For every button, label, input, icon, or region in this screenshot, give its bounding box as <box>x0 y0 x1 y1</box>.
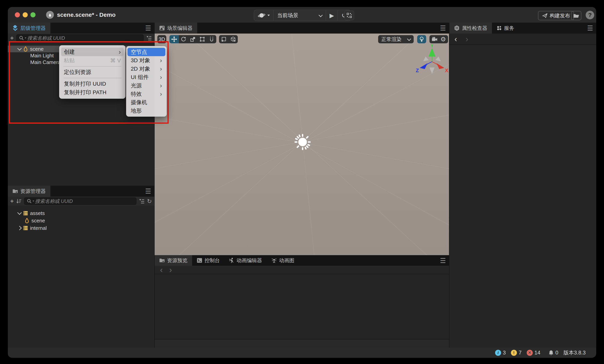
error-count-value: 14 <box>534 350 540 356</box>
menu-item-copy-uuid[interactable]: 复制并打印 UUID <box>61 80 124 88</box>
tab-hierarchy[interactable]: 层级管理器 <box>8 23 50 34</box>
hierarchy-context-menu: 创建 › 粘贴 ⌘ V 定位到资源 复制并打印 UUID 复制并打印 PATH <box>59 45 126 99</box>
submenu-item-ui-component[interactable]: UI 组件 › <box>127 73 165 81</box>
zoom-window-button[interactable] <box>30 12 36 17</box>
tab-asset-preview[interactable]: 资源预览 <box>155 255 192 266</box>
tab-services[interactable]: 服务 <box>492 23 519 34</box>
back-button[interactable]: ‹ <box>454 35 457 43</box>
assets-search-input[interactable] <box>24 197 137 205</box>
sort-icon[interactable] <box>16 198 22 204</box>
transform-tools-group <box>169 35 216 43</box>
hierarchy-menu-button[interactable]: ☰ <box>145 23 151 34</box>
tab-assets[interactable]: 资源管理器 <box>8 186 50 197</box>
back-button[interactable]: ‹ <box>160 266 163 274</box>
scene-asset-icon <box>25 218 29 223</box>
open-project-folder-button[interactable] <box>571 11 581 20</box>
filter-icon[interactable] <box>146 35 152 41</box>
info-count-value: 3 <box>503 350 506 356</box>
assets-toolbar: + ↻ <box>8 197 154 206</box>
info-count[interactable]: i 3 <box>495 350 506 356</box>
chevron-right-icon[interactable] <box>17 226 22 230</box>
platform-select[interactable] <box>254 10 274 21</box>
tree-row-assets[interactable]: assets <box>8 209 154 217</box>
error-count[interactable]: ✕ 14 <box>527 350 540 356</box>
animation-graph-icon <box>271 258 277 263</box>
submenu-arrow-icon: › <box>160 91 162 97</box>
assets-menu-button[interactable]: ☰ <box>145 186 151 197</box>
warning-icon: ! <box>511 350 517 356</box>
chevron-down-icon <box>407 37 411 41</box>
bell-icon <box>549 350 554 355</box>
rotate-icon <box>181 36 187 42</box>
menu-item-copy-path[interactable]: 复制并打印 PATH <box>61 88 124 97</box>
tab-console[interactable]: 控制台 <box>192 255 225 266</box>
rotate-tool-button[interactable] <box>179 35 188 43</box>
preview-qr-button[interactable] <box>344 11 354 20</box>
axis-orientation-gizmo[interactable]: Y X Z <box>414 45 449 78</box>
asset-bundle-icon <box>23 210 28 216</box>
refresh-icon[interactable]: ↻ <box>147 198 152 205</box>
window-title: scene.scene* - Demo <box>57 7 115 23</box>
build-publish-button[interactable]: 构建发布 <box>538 11 574 20</box>
help-button[interactable]: ? <box>586 11 594 19</box>
pivot-rotation-button[interactable] <box>228 35 238 43</box>
submenu-arrow-icon: › <box>119 49 121 54</box>
run-toolbar: 当前场景 ▶ ↺ <box>254 10 351 21</box>
warning-count[interactable]: ! 7 <box>511 350 522 356</box>
tree-row-internal[interactable]: internal <box>8 224 154 232</box>
notification-count-value: 0 <box>555 350 558 356</box>
menu-item-label: 创建 <box>64 48 75 56</box>
move-tool-button[interactable] <box>169 35 179 43</box>
inspector-icon <box>454 25 460 31</box>
add-asset-button[interactable]: + <box>10 198 14 204</box>
scale-tool-button[interactable] <box>188 35 198 43</box>
runner-icon <box>229 258 234 263</box>
center-panel: 场景编辑器 ☰ <box>155 23 449 348</box>
forward-button[interactable]: › <box>169 266 172 274</box>
submenu-item-camera[interactable]: 摄像机 <box>127 98 165 107</box>
submenu-item-2d-object[interactable]: 2D 对象 › <box>127 65 165 73</box>
lighting-toggle-button[interactable] <box>417 35 426 43</box>
submenu-item-terrain[interactable]: 地形 <box>127 107 165 115</box>
minimize-window-button[interactable] <box>23 12 28 17</box>
camera-icon[interactable] <box>431 36 438 42</box>
tree-row-scene-asset[interactable]: scene <box>8 217 154 224</box>
menu-item-paste[interactable]: 粘贴 ⌘ V <box>61 56 124 65</box>
rect-tool-button[interactable] <box>198 35 207 43</box>
ui-transform-tool-button[interactable] <box>207 35 216 43</box>
render-mode-dropdown[interactable]: 正常渲染 <box>378 35 414 43</box>
tab-animation-editor[interactable]: 动画编辑器 <box>225 255 267 266</box>
tab-inspector[interactable]: 属性检查器 <box>449 23 492 34</box>
pivot-position-button[interactable] <box>219 35 228 43</box>
right-panel: 属性检查器 服务 ☰ ‹ › <box>449 23 596 348</box>
scene-select-dropdown[interactable]: 当前场景 <box>274 10 326 21</box>
scene-viewport[interactable]: Y X Z 3D <box>155 34 449 255</box>
close-window-button[interactable] <box>15 12 20 17</box>
submenu-item-effects[interactable]: 特效 › <box>127 90 165 98</box>
build-publish-label: 构建发布 <box>550 12 570 19</box>
menu-item-locate-asset[interactable]: 定位到资源 <box>61 68 124 76</box>
inspector-menu-button[interactable]: ☰ <box>587 23 593 34</box>
submenu-item-light[interactable]: 光源 › <box>127 81 165 90</box>
tree-row-label: internal <box>30 225 47 231</box>
add-node-button[interactable]: + <box>10 35 14 41</box>
chevron-down-icon[interactable] <box>17 210 22 215</box>
play-button[interactable]: ▶ <box>326 10 338 21</box>
gear-icon[interactable]: ⚙ <box>440 36 446 42</box>
menu-item-create[interactable]: 创建 › <box>61 48 124 56</box>
bottom-panel-menu-button[interactable]: ☰ <box>440 255 446 266</box>
chevron-down-icon <box>319 13 323 17</box>
tab-animation-graph[interactable]: 动画图 <box>267 255 299 266</box>
hierarchy-search-input[interactable] <box>16 34 144 42</box>
notification-count[interactable]: 0 <box>549 350 558 356</box>
directional-light-gizmo[interactable] <box>293 133 312 151</box>
submenu-item-empty-node[interactable]: 空节点 <box>127 48 165 56</box>
scene-menu-button[interactable]: ☰ <box>440 23 446 34</box>
tab-scene-editor[interactable]: 场景编辑器 <box>155 23 197 34</box>
tab-console-label: 控制台 <box>205 257 220 264</box>
submenu-item-3d-object[interactable]: 3D 对象 › <box>127 56 165 65</box>
filter-icon[interactable] <box>139 198 145 204</box>
forward-button[interactable]: › <box>466 35 468 43</box>
folder-open-icon <box>573 13 579 18</box>
tab-inspector-label: 属性检查器 <box>462 25 487 32</box>
